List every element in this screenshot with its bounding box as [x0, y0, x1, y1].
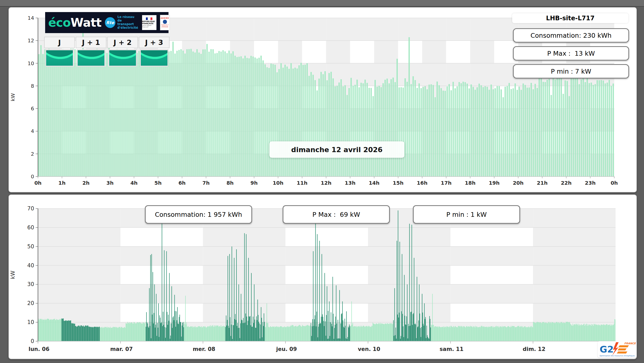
svg-text:11h: 11h	[297, 180, 308, 186]
svg-text:2h: 2h	[82, 180, 90, 186]
svg-text:jeu. 09: jeu. 09	[276, 346, 297, 352]
svg-text:50: 50	[27, 243, 34, 250]
ecowatt-logo-bar: écoWatt Rte Le réseau de transport d'éle…	[45, 12, 169, 33]
svg-text:kW: kW	[10, 271, 16, 279]
tab-day-j3[interactable]: J + 3	[139, 37, 170, 48]
weekly-consumption-stat: Consommation: 1 957 kWh	[145, 205, 252, 224]
svg-text:mar. 07: mar. 07	[110, 346, 133, 352]
svg-text:7h: 7h	[202, 180, 210, 186]
svg-text:9h: 9h	[251, 180, 258, 186]
svg-text:4: 4	[31, 128, 34, 134]
svg-text:23h: 23h	[585, 180, 596, 186]
g2e-france-logo: G2 FRANCE Optimisation des ressources én…	[598, 341, 637, 358]
ecowatt-signal-gauge-j	[45, 49, 74, 67]
svg-text:5h: 5h	[154, 180, 162, 186]
svg-text:0h: 0h	[34, 180, 42, 186]
svg-text:2: 2	[31, 151, 34, 157]
svg-text:16h: 16h	[417, 180, 428, 186]
ademe-logo: ADEME AGENCE DE LA TRANSITION ÉCOLOGIQUE	[160, 15, 170, 30]
svg-text:19h: 19h	[489, 180, 500, 186]
svg-text:10: 10	[28, 60, 34, 66]
tab-day-j1[interactable]: J + 1	[76, 37, 106, 48]
svg-text:15h: 15h	[393, 180, 403, 186]
daily-consumption-stat: Consommation: 230 kWh	[513, 28, 629, 43]
republique-francaise-logo: RÉPUBLIQUEFRANÇAISE Liberté Égalité Frat…	[142, 15, 156, 30]
svg-text:14h: 14h	[369, 180, 380, 186]
svg-text:3h: 3h	[106, 180, 114, 186]
site-title: LHB-site-L717	[512, 13, 628, 23]
tab-day-j2[interactable]: J + 2	[107, 37, 138, 48]
svg-text:6: 6	[31, 105, 34, 112]
svg-text:0: 0	[31, 338, 34, 344]
svg-text:60: 60	[27, 224, 34, 231]
svg-text:10: 10	[27, 319, 34, 325]
svg-text:20: 20	[27, 300, 34, 306]
svg-text:20h: 20h	[513, 180, 523, 186]
g2e-tagline: Optimisation des ressources énergétiques	[600, 355, 635, 357]
window-top-strip	[0, 0, 644, 7]
weekly-pmax-stat: P Max : 69 kW	[283, 205, 390, 224]
g2e-france-text: FRANCE	[624, 342, 636, 345]
svg-text:8: 8	[31, 83, 34, 89]
svg-text:70: 70	[27, 205, 34, 212]
ecowatt-logo: écoWatt	[48, 16, 101, 30]
rte-logo: Rte Le réseau de transport d'électricité	[105, 15, 138, 30]
daily-pmin-stat: P min : 7 kW	[513, 64, 629, 79]
svg-text:lun. 06: lun. 06	[28, 346, 49, 352]
ecowatt-signal-gauge-j3	[140, 49, 169, 67]
svg-text:14: 14	[28, 15, 34, 21]
daily-chart-panel: 02468101214kW0h1h2h3h4h5h6h7h8h9h10h11h1…	[8, 7, 637, 192]
svg-text:40: 40	[27, 262, 34, 269]
tab-day-j[interactable]: J	[44, 37, 75, 48]
french-flag-icon	[146, 17, 152, 21]
ecowatt-eco-text: éco	[48, 16, 71, 30]
svg-text:22h: 22h	[561, 180, 572, 186]
ecowatt-signal-gauge-j1	[77, 49, 105, 67]
svg-text:21h: 21h	[537, 180, 548, 186]
svg-text:12: 12	[28, 37, 34, 44]
svg-text:4h: 4h	[130, 180, 137, 186]
svg-text:30: 30	[27, 281, 34, 287]
svg-text:8h: 8h	[226, 180, 234, 186]
svg-text:mer. 08: mer. 08	[193, 346, 215, 352]
date-label: dimanche 12 avril 2026	[269, 141, 404, 158]
weekly-pmin-stat: P min : 1 kW	[413, 205, 520, 224]
svg-text:0h: 0h	[611, 180, 618, 186]
svg-text:13h: 13h	[345, 180, 355, 186]
svg-text:10h: 10h	[273, 180, 283, 186]
ecowatt-signal-gauge-j2	[108, 49, 137, 67]
svg-text:6h: 6h	[179, 180, 186, 186]
svg-text:dim. 12: dim. 12	[523, 346, 546, 352]
rte-tagline: Le réseau de transport d'électricité	[117, 15, 138, 30]
svg-text:18h: 18h	[465, 180, 475, 186]
rte-badge-icon: Rte	[105, 17, 115, 28]
ecowatt-watt-text: Watt	[71, 16, 101, 30]
svg-text:kW: kW	[10, 93, 16, 101]
svg-text:0: 0	[31, 173, 34, 180]
svg-text:1h: 1h	[58, 180, 66, 186]
g2e-g2-text: G2	[600, 344, 614, 355]
svg-text:ven. 10: ven. 10	[358, 346, 380, 352]
ademe-globe-icon	[163, 20, 167, 24]
svg-text:sam. 11: sam. 11	[440, 346, 463, 352]
svg-text:17h: 17h	[441, 180, 452, 186]
svg-text:12h: 12h	[321, 180, 331, 186]
daily-pmax-stat: P Max : 13 kW	[513, 46, 629, 61]
weekly-chart-panel: 010203040506070kWlun. 06mar. 07mer. 08je…	[8, 194, 637, 359]
